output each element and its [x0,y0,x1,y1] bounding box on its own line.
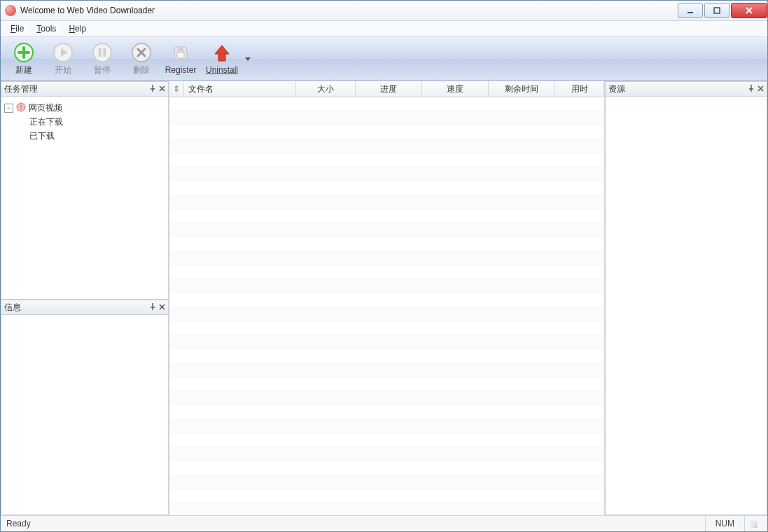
table-row[interactable] [169,391,604,405]
close-button[interactable] [731,3,767,18]
new-label: 新建 [15,64,32,76]
tree-downloaded-label: 已下载 [29,130,55,142]
column-filename[interactable]: 文件名 [184,81,296,97]
table-row[interactable] [169,251,604,265]
table-row[interactable] [169,195,604,209]
table-row[interactable] [169,167,604,181]
table-row[interactable] [169,321,604,335]
pin-icon[interactable] [149,84,156,94]
uninstall-button[interactable]: Uninstall [201,41,243,77]
table-row[interactable] [169,223,604,237]
left-column: 任务管理 − 网页视频 [1,81,169,515]
globe-icon [16,102,26,114]
table-row[interactable] [169,461,604,475]
panel-close-icon[interactable] [159,84,165,94]
pin-icon[interactable] [149,302,156,312]
start-button[interactable]: 开始 [44,41,82,77]
body-area: 任务管理 − 网页视频 [1,81,767,515]
menu-file-label: ile [15,24,24,34]
titlebar: Welcome to Web Video Downloader [1,1,767,21]
status-ready: Ready [6,519,705,528]
table-row[interactable] [169,363,604,377]
menu-help[interactable]: Help [63,22,92,35]
menu-file[interactable]: File [5,22,29,35]
toolbar: 新建 开始 暂停 删除 Register [1,37,767,81]
info-panel: 信息 [1,300,169,515]
info-header: 信息 [1,300,169,315]
maximize-button[interactable] [704,3,729,18]
resize-grip-icon[interactable] [748,518,759,529]
pause-button[interactable]: 暂停 [83,41,121,77]
task-manager-panel: 任务管理 − 网页视频 [1,81,169,300]
table-row[interactable] [169,475,604,489]
chevron-down-icon [245,56,251,62]
minimize-button[interactable] [678,3,703,18]
menu-help-label: elp [75,24,86,34]
tree-collapse-icon[interactable]: − [4,104,13,113]
panel-close-icon[interactable] [159,302,165,312]
table-row[interactable] [169,447,604,461]
task-manager-body: − 网页视频 正在下载 已下载 [1,97,169,300]
panel-close-icon[interactable] [757,84,764,94]
register-button[interactable]: Register [162,41,200,77]
plus-circle-icon [13,42,34,63]
pin-icon[interactable] [748,84,755,94]
table-row[interactable] [169,489,604,503]
table-row[interactable] [169,279,604,293]
table-row[interactable] [169,405,604,419]
table-row[interactable] [169,209,604,223]
table-row[interactable] [169,503,604,515]
center-column: ⇕ 文件名 大小 进度 速度 剩余时间 用时 [169,81,604,515]
table-row[interactable] [169,153,604,167]
minimize-icon [686,6,694,15]
statusbar: Ready NUM [1,515,767,531]
task-tree: − 网页视频 正在下载 已下载 [1,97,168,147]
window-controls [676,3,767,18]
table-row[interactable] [169,125,604,139]
table-row[interactable] [169,111,604,125]
column-remaining[interactable]: 剩余时间 [489,81,555,97]
table-row[interactable] [169,293,604,307]
uninstall-label: Uninstall [206,65,238,75]
svg-rect-16 [177,52,184,58]
tree-root-row[interactable]: − 网页视频 [4,101,165,115]
x-circle-icon [131,42,152,63]
delete-label: 删除 [133,64,150,76]
resource-header: 资源 [605,81,767,97]
resource-panel: 资源 [605,81,767,515]
column-progress[interactable]: 进度 [356,81,422,97]
tree-downloading-row[interactable]: 正在下载 [4,115,165,129]
table-row[interactable] [169,335,604,349]
resource-body [605,97,767,515]
window-title: Welcome to Web Video Downloader [20,6,676,15]
grid-body[interactable] [169,97,604,515]
info-title: 信息 [4,302,149,314]
table-row[interactable] [169,419,604,433]
maximize-icon [713,6,721,15]
task-manager-title: 任务管理 [4,83,149,95]
app-icon [5,5,16,16]
menu-tools[interactable]: Tools [31,22,62,35]
tree-downloading-label: 正在下载 [29,116,63,128]
column-speed[interactable]: 速度 [422,81,489,97]
table-row[interactable] [169,307,604,321]
table-row[interactable] [169,265,604,279]
delete-button[interactable]: 删除 [123,41,160,77]
table-row[interactable] [169,349,604,363]
table-row[interactable] [169,237,604,251]
table-row[interactable] [169,139,604,153]
column-size[interactable]: 大小 [296,81,356,97]
grid-handle-icon[interactable]: ⇕ [169,81,184,97]
tree-downloaded-row[interactable]: 已下载 [4,129,165,143]
uninstall-dropdown[interactable] [244,56,251,62]
table-row[interactable] [169,433,604,447]
pause-label: 暂停 [94,64,111,76]
table-row[interactable] [169,181,604,195]
new-button[interactable]: 新建 [5,41,43,77]
resource-title: 资源 [608,83,748,95]
table-row[interactable] [169,97,604,111]
column-elapsed[interactable]: 用时 [555,81,604,97]
close-icon [744,6,754,15]
menubar: File Tools Help [1,21,767,37]
table-row[interactable] [169,377,604,391]
